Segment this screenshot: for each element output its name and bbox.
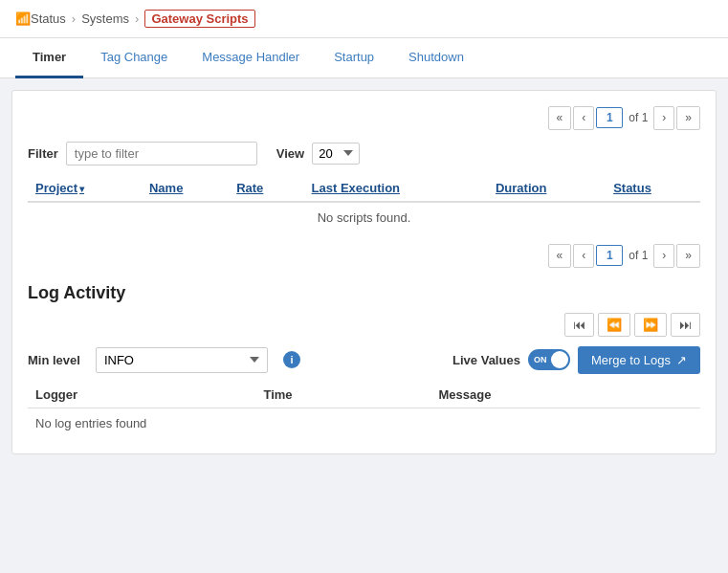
col-rate[interactable]: Rate [229, 175, 303, 202]
min-level-label: Min level [28, 353, 80, 367]
log-next-btn[interactable]: ⏩ [634, 313, 667, 337]
log-last-btn[interactable]: ⏭ [671, 313, 700, 337]
col-duration[interactable]: Duration [488, 175, 606, 202]
tab-tag-change[interactable]: Tag Change [83, 38, 185, 78]
log-first-btn[interactable]: ⏮ [564, 313, 594, 337]
min-level-select[interactable]: TRACE DEBUG INFO WARN ERROR [96, 347, 268, 373]
log-nav-row: ⏮ ⏪ ⏩ ⏭ [28, 313, 700, 337]
log-prev-btn[interactable]: ⏪ [598, 313, 630, 337]
pagination-top: « ‹ 1 of 1 › » [28, 106, 700, 130]
first-page-btn-bottom[interactable]: « [548, 244, 572, 268]
col-last-execution[interactable]: Last Execution [304, 175, 488, 202]
sort-icon-project: ▾ [79, 184, 84, 194]
live-values-label: Live Values [452, 353, 520, 367]
page-of-top: of 1 [625, 111, 651, 124]
log-settings-row: Min level TRACE DEBUG INFO WARN ERROR i … [28, 346, 700, 374]
page-of-bottom: of 1 [625, 249, 651, 262]
breadcrumb-sep2: › [135, 11, 139, 26]
main-content: « ‹ 1 of 1 › » Filter View 20 50 100 Pro… [11, 90, 717, 454]
prev-page-btn-bottom[interactable]: ‹ [573, 244, 594, 268]
tab-startup[interactable]: Startup [317, 38, 391, 78]
breadcrumb: 📶 Status › Systems › Gateway Scripts [0, 0, 728, 38]
toggle-knob [551, 351, 568, 368]
view-select[interactable]: 20 50 100 [312, 143, 360, 165]
filter-label: Filter [28, 146, 58, 161]
next-page-btn-top[interactable]: › [653, 106, 674, 130]
filter-row: Filter View 20 50 100 [28, 142, 700, 165]
filter-input[interactable] [66, 142, 257, 165]
log-activity-section: Log Activity ⏮ ⏪ ⏩ ⏭ Min level TRACE DEB… [28, 283, 700, 438]
log-table: Logger Time Message No log entries found [28, 382, 700, 438]
col-time: Time [255, 382, 430, 408]
toggle-on-label: ON [534, 355, 547, 364]
col-logger: Logger [28, 382, 255, 408]
last-page-btn-bottom[interactable]: » [676, 244, 700, 268]
tab-timer[interactable]: Timer [15, 38, 83, 78]
first-page-btn-top[interactable]: « [548, 106, 572, 130]
no-log-message: No log entries found [28, 408, 700, 438]
merge-icon: ↗ [676, 353, 687, 367]
breadcrumb-status[interactable]: Status [31, 11, 66, 26]
col-message: Message [430, 382, 700, 408]
tab-message-handler[interactable]: Message Handler [185, 38, 317, 78]
scripts-table: Project▾ Name Rate Last Execution Durati… [28, 175, 700, 232]
next-page-btn-bottom[interactable]: › [653, 244, 674, 268]
tab-shutdown[interactable]: Shutdown [391, 38, 481, 78]
live-values-group: Live Values ON Merge to Logs ↗ [452, 346, 700, 374]
col-name[interactable]: Name [142, 175, 229, 202]
breadcrumb-systems[interactable]: Systems [81, 11, 129, 26]
no-scripts-message: No scripts found. [28, 202, 700, 232]
log-row-empty: No log entries found [28, 408, 700, 438]
tabs-bar: Timer Tag Change Message Handler Startup… [0, 38, 728, 78]
col-project[interactable]: Project▾ [28, 175, 142, 202]
view-label: View [276, 146, 304, 161]
status-icon: 📶 [15, 11, 31, 26]
table-row-empty: No scripts found. [28, 202, 700, 232]
pagination-bottom: « ‹ 1 of 1 › » [28, 244, 700, 268]
current-page-top: 1 [596, 107, 623, 128]
log-activity-title: Log Activity [28, 283, 700, 303]
info-icon[interactable]: i [283, 351, 300, 368]
last-page-btn-top[interactable]: » [676, 106, 700, 130]
breadcrumb-current: Gateway Scripts [144, 10, 254, 28]
merge-to-logs-button[interactable]: Merge to Logs ↗ [578, 346, 700, 374]
breadcrumb-sep1: › [72, 11, 76, 26]
merge-btn-label: Merge to Logs [591, 353, 671, 367]
col-status[interactable]: Status [606, 175, 700, 202]
prev-page-btn-top[interactable]: ‹ [573, 106, 594, 130]
current-page-bottom: 1 [596, 245, 623, 266]
live-values-toggle[interactable]: ON [528, 349, 570, 370]
